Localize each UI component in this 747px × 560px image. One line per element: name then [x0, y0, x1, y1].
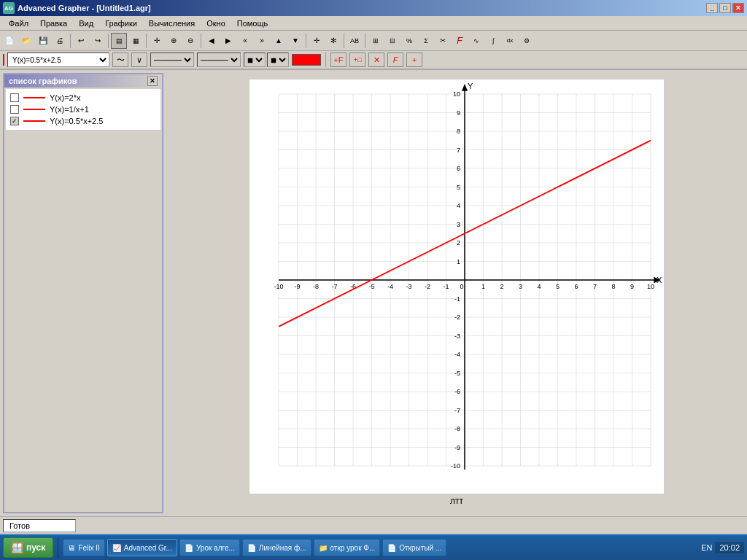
toolbar-print[interactable]: 🖨 — [52, 33, 68, 49]
taskbar-item-open2[interactable]: 📄 Открытый ... — [382, 539, 446, 556]
svg-text:-9: -9 — [454, 444, 460, 451]
axes — [279, 85, 659, 470]
taskbar-algebra-label: Урок алге... — [196, 544, 235, 552]
svg-text:-10: -10 — [451, 462, 460, 470]
toolbar-down[interactable]: ▼ — [287, 33, 303, 49]
line-style-selector-2[interactable]: ──── - - - — [197, 52, 241, 67]
graph-line-2 — [23, 120, 45, 122]
toolbar-integral[interactable]: ∫ — [485, 33, 501, 49]
graph-label-1: Y(x)=1/x+1 — [50, 105, 89, 114]
taskbar-item-linear[interactable]: 📄 Линейная ф... — [242, 539, 311, 556]
taskbar-separator — [58, 537, 58, 558]
taskbar-item-algebra[interactable]: 📄 Урок алге... — [179, 539, 240, 556]
graph-list-title: список графиков ✕ — [4, 74, 162, 88]
toolbar-right2[interactable]: » — [254, 33, 270, 49]
start-button[interactable]: 🪟 пуск — [3, 537, 53, 558]
formula-edit-button[interactable]: F — [387, 52, 403, 67]
y-axis-label: Y — [468, 82, 473, 90]
graph-line-0 — [23, 97, 45, 98]
menu-view[interactable]: Вид — [73, 18, 99, 29]
toolbar-sigma[interactable]: Σ — [418, 33, 434, 49]
svg-text:-4: -4 — [454, 351, 460, 358]
add-box-button[interactable]: +□ — [349, 52, 365, 67]
toolbar-zoom-out[interactable]: ⊖ — [182, 33, 198, 49]
menu-help[interactable]: Помощь — [231, 18, 274, 29]
color-swatch[interactable] — [292, 54, 321, 66]
line-weight-select[interactable]: ■ — [267, 52, 289, 67]
toolbar-zoom-in[interactable]: ⊕ — [166, 33, 182, 49]
minimize-button[interactable]: _ — [706, 3, 718, 13]
menu-calc[interactable]: Вычисления — [143, 18, 201, 29]
taskbar-item-advanced[interactable]: 📈 Advanced Gr... — [107, 539, 177, 556]
add-formula-button[interactable]: +F — [330, 52, 347, 67]
toolbar-italic-f[interactable]: F — [452, 33, 468, 49]
line-style-selector-1[interactable]: ──── - - - — [150, 52, 194, 67]
graph-checkbox-2[interactable]: ✓ — [10, 117, 19, 125]
svg-text:1: 1 — [457, 258, 460, 265]
graph-checkbox-0[interactable] — [10, 93, 19, 102]
toolbar-up[interactable]: ▲ — [271, 33, 287, 49]
point-style-select[interactable]: ■ — [244, 52, 266, 67]
tb-separator-2 — [108, 34, 109, 48]
taskbar-open2-label: Открытый ... — [399, 544, 441, 552]
toolbar-right[interactable]: ▶ — [220, 33, 236, 49]
tb-separator-7 — [365, 34, 365, 48]
toolbar-save[interactable]: 💾 — [35, 33, 51, 49]
graph-list-close-button[interactable]: ✕ — [147, 76, 158, 86]
toolbar-new[interactable]: 📄 — [1, 33, 18, 49]
toolbar-dx[interactable]: dx — [502, 33, 518, 49]
formula-selector[interactable]: Y(x)=0.5*x+2.5 Y(x)=2*x Y(x)=1/x+1 — [7, 52, 109, 67]
toolbar-ab[interactable]: AB — [347, 33, 363, 49]
graph-item-0[interactable]: Y(x)=2*x — [7, 92, 159, 104]
svg-text:6: 6 — [457, 165, 460, 172]
toolbar-left[interactable]: ◀ — [204, 33, 220, 49]
app-icon: AG — [3, 2, 15, 14]
wave-button-1[interactable]: 〜 — [112, 52, 128, 67]
menu-window[interactable]: Окно — [201, 18, 231, 29]
wave-button-2[interactable]: ∨ — [131, 52, 147, 67]
toolbar-scissors[interactable]: ✂ — [435, 33, 451, 49]
toolbar-grid[interactable]: ⊞ — [368, 33, 384, 49]
close-button[interactable]: ✕ — [732, 3, 744, 13]
svg-text:0: 0 — [460, 283, 463, 290]
menu-edit[interactable]: Правка — [34, 18, 73, 29]
toolbar-redo[interactable]: ↪ — [90, 33, 106, 49]
delete-formula-button[interactable]: ✕ — [368, 52, 384, 67]
toolbar-move[interactable]: ✛ — [149, 33, 165, 49]
maximize-button[interactable]: □ — [719, 3, 731, 13]
toolbar-table[interactable]: ▦ — [128, 33, 144, 49]
svg-marker-46 — [462, 85, 467, 90]
taskbar-item-open1[interactable]: 📁 откр урок Ф... — [314, 539, 381, 556]
toolbar-left2[interactable]: « — [237, 33, 253, 49]
toolbar-cross[interactable]: ✛ — [309, 33, 325, 49]
graph-line-1 — [23, 109, 45, 110]
toolbar-open[interactable]: 📂 — [18, 33, 34, 49]
svg-text:-6: -6 — [454, 388, 460, 395]
svg-text:-7: -7 — [331, 283, 337, 290]
svg-text:-1: -1 — [454, 295, 460, 303]
toolbar-star[interactable]: ✻ — [325, 33, 341, 49]
formula-plus-button[interactable]: + — [406, 52, 422, 67]
menu-graphs[interactable]: Графики — [99, 18, 143, 29]
chart-wrapper: X Y -10 -9 -8 -7 -6 -5 -4 -3 -2 -1 — [249, 79, 665, 508]
title-bar-buttons[interactable]: _ □ ✕ — [706, 3, 744, 13]
toolbar-extra[interactable]: ⚙ — [519, 33, 535, 49]
toolbar-list[interactable]: ▤ — [111, 33, 127, 49]
toolbar-undo[interactable]: ↩ — [73, 33, 89, 49]
graph-list-panel: список графиков ✕ Y(x)=2*x Y(x)=1/x+1 ✓ — [3, 73, 163, 513]
graph-item-2[interactable]: ✓ Y(x)=0.5*x+2.5 — [7, 115, 159, 127]
toolbar-scale[interactable]: ⊟ — [384, 33, 400, 49]
window-title: Advanced Grapher - [Untitled1.agr] — [18, 4, 151, 12]
svg-text:5: 5 — [457, 184, 460, 191]
start-label: пуск — [26, 542, 45, 553]
taskbar-item-felix[interactable]: 🖥 Felix II — [63, 539, 104, 556]
toolbar-wave[interactable]: ∿ — [468, 33, 484, 49]
svg-text:-2: -2 — [425, 283, 430, 290]
graph-checkbox-1[interactable] — [10, 105, 19, 114]
toolbar-percent[interactable]: % — [401, 33, 417, 49]
svg-text:-3: -3 — [406, 283, 411, 290]
menu-file[interactable]: Файл — [3, 18, 34, 29]
svg-text:-8: -8 — [454, 425, 460, 432]
taskbar-open2-icon: 📄 — [387, 544, 396, 552]
graph-item-1[interactable]: Y(x)=1/x+1 — [7, 104, 159, 115]
